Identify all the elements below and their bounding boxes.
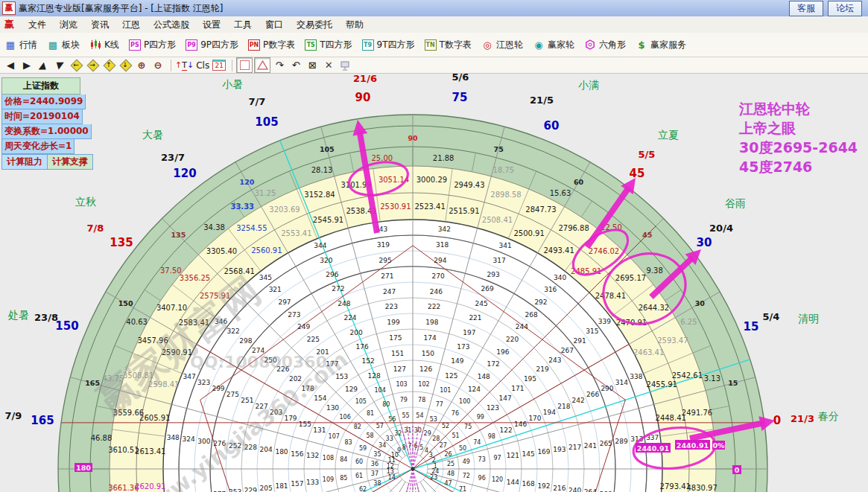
cls-button[interactable]: Cls [195,58,210,72]
rect-tool-icon[interactable] [236,57,253,73]
pan-left-icon[interactable]: ← [69,58,83,72]
svg-text:15: 15 [728,379,738,387]
svg-text:3.13: 3.13 [704,374,720,383]
rotate-cw-icon[interactable]: ↷ [272,58,287,72]
svg-text:51: 51 [452,432,459,439]
converge-icon[interactable]: ✕ [321,58,336,72]
svg-text:2620.91: 2620.91 [135,482,165,491]
arrow-left-icon[interactable]: ◀ [3,58,18,72]
calc-support-button[interactable]: 计算支撑 [48,154,93,170]
menu-item-9[interactable]: 帮助 [339,17,370,33]
svg-text:250: 250 [264,357,277,364]
svg-text:150: 150 [55,319,78,333]
menu-item-0[interactable]: 文件 [22,17,53,33]
toolbar-item-7[interactable]: T99T四方形 [362,39,415,51]
svg-text:316: 316 [544,286,557,293]
menu-item-1[interactable]: 浏览 [53,17,84,33]
svg-text:271: 271 [381,272,393,280]
customer-service-button[interactable]: 客服 [789,1,823,16]
svg-text:75: 75 [452,91,468,104]
toolbar-item-1[interactable]: ▩板块 [47,39,80,51]
calc-resistance-button[interactable]: 计算阻力 [1,154,48,170]
toolbar-item-3[interactable]: PSP四方形 [129,39,176,51]
svg-text:2545.91: 2545.91 [313,216,343,224]
toolbar-item-5[interactable]: PNP数字表 [248,39,295,51]
menu-item-7[interactable]: 窗口 [259,17,290,33]
svg-text:154: 154 [314,394,326,402]
annotation-line: 45度2746 [739,157,858,176]
pan-up-icon[interactable]: ↑ [101,58,116,72]
svg-text:339: 339 [598,318,611,325]
svg-text:97: 97 [493,455,501,461]
triangle-tool-icon[interactable] [254,57,270,73]
arrow-right-icon[interactable]: ▶ [19,58,34,72]
toolbar-item-label: 赢家轮 [548,39,574,51]
toolbar-item-11[interactable]: 六角形 [584,39,626,51]
pan-down-icon[interactable]: ↓ [118,58,133,72]
menu-item-3[interactable]: 江恩 [115,17,147,33]
svg-text:96: 96 [478,475,486,482]
svg-text:240: 240 [568,487,581,492]
arrow-upleft-icon[interactable]: ▲ [36,58,51,72]
projector-icon[interactable] [338,58,352,72]
title-bar: 赢 赢家江恩专业版[赢家服务平台] - [上证指数 江恩轮] 客服论坛 [0,0,868,17]
svg-text:2553.41: 2553.41 [281,229,311,237]
toolbar-item-4[interactable]: P99P四方形 [186,39,238,51]
toolbar-item-2[interactable]: K线 [89,39,119,51]
toolbar-item-9[interactable]: ◎江恩轮 [481,39,523,51]
svg-text:45: 45 [630,167,645,180]
menu-item-4[interactable]: 公式选股 [147,17,196,33]
gann-wheel-chart[interactable]: 4780.124830.972491.762542.612593.472644.… [0,74,868,492]
svg-text:2523.41: 2523.41 [414,202,445,211]
svg-text:264: 264 [584,488,597,492]
pan-right-icon[interactable]: → [85,58,100,72]
svg-text:49: 49 [463,459,470,465]
zoom-out-icon[interactable]: ⊖ [151,58,165,72]
rotate-ccw-icon[interactable]: ↶ [288,58,303,72]
toolbar-item-12[interactable]: $赢家服务 [636,39,686,51]
svg-text:48: 48 [447,470,454,477]
svg-text:120: 120 [492,476,503,483]
svg-text:21/5: 21/5 [530,95,554,106]
boxed-x-icon[interactable]: ⊠ [305,58,320,72]
chart-area[interactable]: 4780.124830.972491.762542.612593.472644.… [0,74,868,492]
menu-item-8[interactable]: 交易委托 [290,17,339,33]
forum-button[interactable]: 论坛 [828,1,862,16]
menu-item-2[interactable]: 资讯 [84,17,115,33]
svg-text:201: 201 [317,348,329,356]
price-row: 价格=2440.9099 [1,95,86,109]
svg-text:121: 121 [507,452,519,459]
calendar-icon[interactable]: 21 [212,58,226,72]
menu-item-5[interactable]: 设置 [196,17,227,33]
svg-text:174: 174 [424,334,437,342]
svg-text:147: 147 [499,394,512,402]
arrow-downright-icon[interactable]: ▼ [52,58,67,72]
updown-tool-icon[interactable]: ↑T↓ [175,58,194,72]
svg-text:2568.41: 2568.41 [224,267,255,275]
svg-text:2500.91: 2500.91 [513,229,544,237]
svg-text:192: 192 [537,482,550,490]
app-window: 赢 赢家江恩专业版[赢家服务平台] - [上证指数 江恩轮] 客服论坛 赢 文件… [0,0,868,492]
svg-text:217: 217 [568,444,581,451]
svg-text:50: 50 [459,445,466,452]
svg-text:2746.02: 2746.02 [589,247,619,255]
menu-item-6[interactable]: 工具 [227,17,259,33]
svg-text:23/8: 23/8 [34,312,58,323]
toolbar-item-8[interactable]: TNT数字表 [425,39,472,51]
svg-text:56: 56 [388,416,396,423]
toolbar-item-10[interactable]: ◉赢家轮 [533,39,574,51]
svg-text:241: 241 [584,442,597,450]
svg-text:175: 175 [389,334,402,342]
zoom-in-icon[interactable]: ⊕ [134,58,149,72]
toolbar-item-0[interactable]: ▦行情 [4,39,37,51]
svg-text:218: 218 [557,403,570,410]
svg-text:76: 76 [452,410,459,417]
svg-text:270: 270 [432,272,445,280]
svg-text:104: 104 [375,387,386,394]
toolbar-item-6[interactable]: TST四方形 [305,39,352,51]
toolbar-item-label: 江恩轮 [496,39,523,51]
toolbar-separator [171,60,171,71]
svg-text:58: 58 [366,432,373,439]
svg-text:立夏: 立夏 [658,129,679,141]
svg-text:275: 275 [226,391,239,398]
